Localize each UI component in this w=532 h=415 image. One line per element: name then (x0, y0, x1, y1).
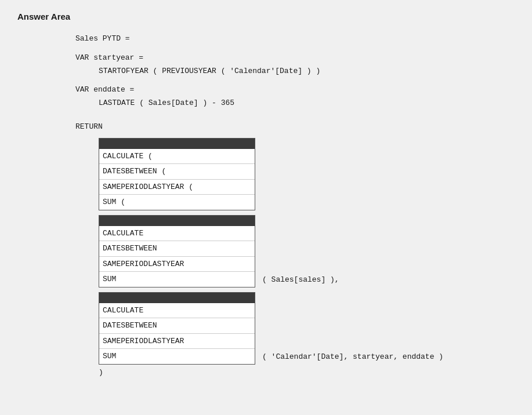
drag-block-3-header (99, 293, 255, 303)
page-container: Answer Area Sales PYTD = VAR startyear =… (0, 0, 532, 415)
block2-container: CALCULATE DATESBETWEEN SAMEPERIODLASTYEA… (99, 215, 515, 287)
block2-row-1: DATESBETWEEN (99, 241, 255, 257)
block1-container: CALCULATE ( DATESBETWEEN ( SAMEPERIODLAS… (99, 138, 515, 210)
drag-block-3[interactable]: CALCULATE DATESBETWEEN SAMEPERIODLASTYEA… (99, 292, 255, 365)
answer-area-label: Answer Area (17, 12, 515, 21)
code-line-3: STARTOFYEAR ( PREVIOUSYEAR ( 'Calendar'[… (75, 65, 515, 78)
drag-block-1[interactable]: CALCULATE ( DATESBETWEEN ( SAMEPERIODLAS… (99, 138, 255, 210)
block3-container: CALCULATE DATESBETWEEN SAMEPERIODLASTYEA… (99, 292, 515, 365)
code-line-4: VAR enddate = (75, 84, 515, 96)
block1-row-3: SUM ( (99, 195, 255, 210)
closing-paren: ) (99, 368, 515, 377)
block1-row-1: DATESBETWEEN ( (99, 164, 255, 180)
code-line-1: Sales PYTD = (75, 33, 515, 45)
block1-row-0: CALCULATE ( (99, 149, 255, 165)
drag-block-2[interactable]: CALCULATE DATESBETWEEN SAMEPERIODLASTYEA… (99, 215, 255, 287)
block3-row-2: SAMEPERIODLASTYEAR (99, 334, 255, 350)
code-line-2: VAR startyear = (75, 52, 515, 64)
block2-row-2: SAMEPERIODLASTYEAR (99, 257, 255, 272)
block3-row-0: CALCULATE (99, 303, 255, 319)
block3-suffix: ( 'Calendar'[Date], startyear, enddate ) (255, 348, 443, 361)
drag-block-1-header (99, 139, 255, 149)
block2-suffix: ( Sales[sales] ), (255, 271, 339, 284)
code-line-5: LASTDATE ( Sales[Date] ) - 365 (75, 97, 515, 110)
drag-block-2-header (99, 216, 255, 226)
block3-row-3: SUM (99, 349, 255, 364)
block2-row-3: SUM (99, 272, 255, 287)
code-area: Sales PYTD = VAR startyear = STARTOFYEAR… (75, 33, 515, 377)
block1-row-2: SAMEPERIODLASTYEAR ( (99, 180, 255, 195)
code-line-return: RETURN (75, 121, 515, 133)
block3-row-1: DATESBETWEEN (99, 318, 255, 334)
block2-row-0: CALCULATE (99, 226, 255, 242)
